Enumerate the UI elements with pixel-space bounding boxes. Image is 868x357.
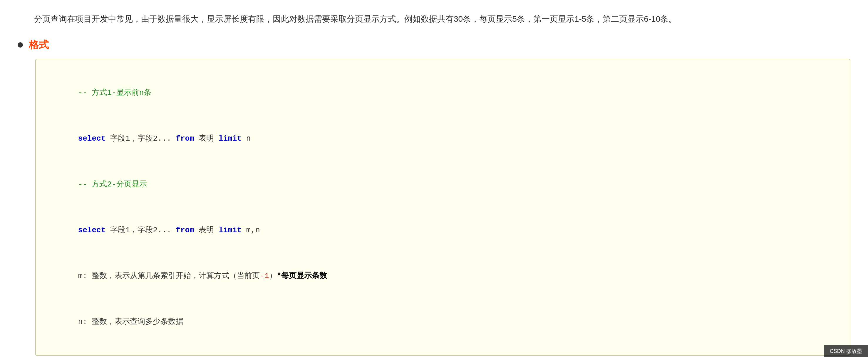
- code-line-6: n: 整数，表示查询多少条数据: [51, 299, 835, 345]
- keyword-from-1: from: [176, 134, 194, 143]
- format-heading: 格式: [18, 38, 850, 52]
- comment-2: -- 方式2-分页显示: [78, 180, 147, 189]
- keyword-select-2: select: [78, 226, 106, 234]
- code-line-1: -- 方式1-显示前n条: [51, 70, 835, 116]
- format-code-block: -- 方式1-显示前n条 select 字段1，字段2... from 表明 l…: [35, 59, 850, 356]
- code-line-4: select 字段1，字段2... from 表明 limit m,n: [51, 207, 835, 253]
- highlight-minus: -1: [260, 271, 269, 280]
- keyword-limit-1: limit: [219, 134, 242, 143]
- format-label: 格式: [29, 38, 49, 52]
- format-section: 格式 -- 方式1-显示前n条 select 字段1，字段2... from 表…: [18, 38, 850, 356]
- desc-m-2: ）: [269, 271, 277, 280]
- keyword-from-2: from: [176, 226, 194, 234]
- fields-2: 字段1，字段2...: [105, 226, 176, 234]
- bullet-dot-format: [18, 42, 23, 47]
- table-1: 表明: [194, 134, 219, 143]
- param-n-1: n: [242, 134, 251, 143]
- desc-m: m: 整数，表示从第几条索引开始，计算方式（当前页: [78, 271, 260, 280]
- code-line-3: -- 方式2-分页显示: [51, 161, 835, 207]
- fields-1: 字段1，字段2...: [105, 134, 176, 143]
- param-mn: m,n: [242, 226, 260, 234]
- desc-n: n: 整数，表示查询多少条数据: [78, 317, 184, 326]
- keyword-limit-2: limit: [219, 226, 242, 234]
- intro-text: 分页查询在项目开发中常见，由于数据量很大，显示屏长度有限，因此对数据需要采取分页…: [18, 12, 850, 26]
- code-line-2: select 字段1，字段2... from 表明 limit n: [51, 116, 835, 161]
- code-line-5: m: 整数，表示从第几条索引开始，计算方式（当前页-1）*每页显示条数: [51, 253, 835, 299]
- watermark: CSDN @故墨: [824, 345, 868, 357]
- table-2: 表明: [194, 226, 219, 234]
- comment-1: -- 方式1-显示前n条: [78, 88, 152, 97]
- keyword-select-1: select: [78, 134, 106, 143]
- emphasis-star: *每页显示条数: [277, 271, 327, 280]
